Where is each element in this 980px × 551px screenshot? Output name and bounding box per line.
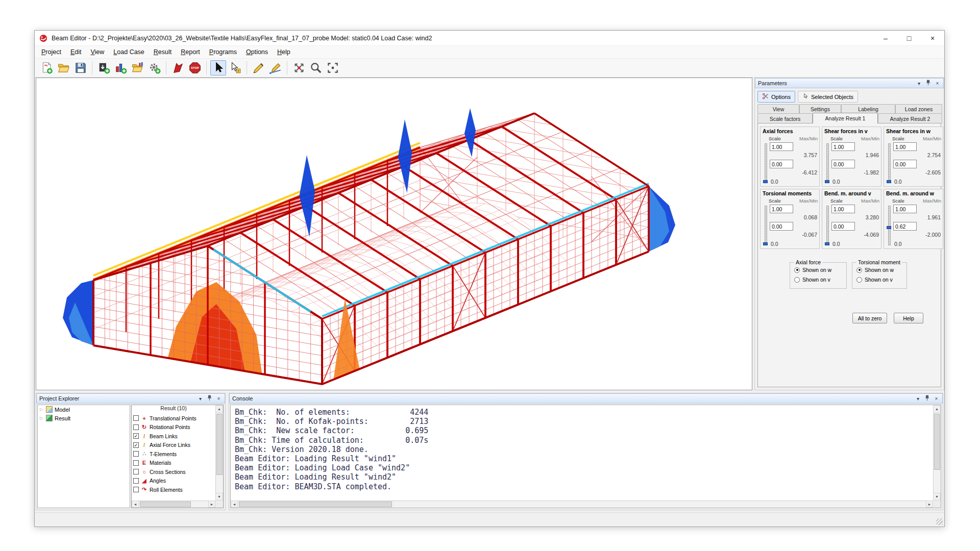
scroll-right-icon[interactable]: ► xyxy=(208,500,215,508)
tab-analyze-result-2[interactable]: Analyze Result 2 xyxy=(878,113,942,123)
move-node-button[interactable] xyxy=(291,60,307,76)
add-result-button[interactable] xyxy=(113,60,129,76)
slider-thumb[interactable] xyxy=(825,242,829,245)
draw-polyline-button[interactable] xyxy=(267,60,283,76)
scroll-left-icon[interactable]: ◄ xyxy=(231,500,238,508)
radio-button[interactable] xyxy=(856,267,862,273)
expand-arrow-icon[interactable]: ▷ xyxy=(40,416,44,420)
menu-result[interactable]: Result xyxy=(149,47,176,57)
draw-beam-button[interactable] xyxy=(251,60,266,76)
open-project-button[interactable] xyxy=(56,60,71,76)
checkbox[interactable] xyxy=(133,424,139,430)
horizontal-scrollbar[interactable]: ◄ ► xyxy=(231,500,933,508)
title-bar[interactable]: Beam Editor - D:\2_Projekte\Easy\2020\03… xyxy=(35,31,944,46)
vertical-scrollbar[interactable]: ▲ ▼ xyxy=(933,405,941,500)
list-item[interactable]: EMaterials xyxy=(132,459,215,468)
pin-icon[interactable] xyxy=(206,395,213,403)
checkbox[interactable] xyxy=(133,469,139,474)
list-item[interactable]: ◢Angles xyxy=(132,477,215,486)
selected-objects-mode-button[interactable]: Selected Objects xyxy=(798,91,858,103)
scale-slider[interactable] xyxy=(763,206,768,245)
list-item[interactable]: ✓/Beam Links xyxy=(132,432,215,441)
console-output[interactable]: Bm_Chk: No. of elements: 4244 Bm_Chk: No… xyxy=(230,405,941,508)
list-item[interactable]: ∴T-Elements xyxy=(132,449,215,459)
select-elements-button[interactable] xyxy=(227,60,243,76)
close-icon[interactable]: × xyxy=(215,395,222,402)
new-project-button[interactable] xyxy=(39,60,55,76)
list-item[interactable]: ↷Roll Elements xyxy=(132,485,215,494)
scale-slider[interactable] xyxy=(887,143,891,183)
scale-top-input[interactable] xyxy=(831,142,855,151)
list-item[interactable]: ↻Rotational Points xyxy=(132,423,215,432)
scale-top-input[interactable] xyxy=(893,142,917,151)
radio-option[interactable]: Shown on w xyxy=(794,267,831,273)
scroll-up-icon[interactable]: ▲ xyxy=(215,405,223,413)
parameters-panel-titlebar[interactable]: Parameters ▾ × xyxy=(755,78,944,88)
slider-thumb[interactable] xyxy=(763,242,768,245)
slider-thumb[interactable] xyxy=(763,180,768,183)
radio-option[interactable]: Shown on v xyxy=(794,277,830,283)
tree-item-result[interactable]: ▷ Result xyxy=(38,414,130,422)
radio-button[interactable] xyxy=(794,277,800,283)
tab-view[interactable]: View xyxy=(757,104,799,113)
expand-arrow-icon[interactable]: ▷ xyxy=(40,407,44,412)
menu-edit[interactable]: Edit xyxy=(66,47,86,57)
list-item[interactable]: ✓/Axial Force Links xyxy=(132,441,215,450)
scale-bottom-input[interactable] xyxy=(893,160,917,168)
close-icon[interactable]: × xyxy=(934,80,941,87)
checkbox[interactable] xyxy=(133,487,139,492)
scrollbar-thumb[interactable] xyxy=(934,414,940,470)
model-3d-view[interactable] xyxy=(36,78,752,390)
close-button[interactable]: × xyxy=(921,31,944,46)
scroll-up-icon[interactable]: ▲ xyxy=(933,405,941,413)
checkbox[interactable]: ✓ xyxy=(133,433,139,439)
zoom-extents-button[interactable] xyxy=(325,60,340,76)
zoom-button[interactable] xyxy=(308,60,324,76)
tab-load-zones[interactable]: Load zones xyxy=(895,104,942,113)
tab-labeling[interactable]: Labeling xyxy=(841,104,895,113)
scrollbar-thumb[interactable] xyxy=(239,502,392,507)
open-result-button[interactable] xyxy=(130,60,145,76)
maximize-button[interactable]: □ xyxy=(897,31,921,46)
scale-top-input[interactable] xyxy=(770,205,793,213)
scale-slider[interactable] xyxy=(825,206,829,245)
project-explorer-titlebar[interactable]: Project Explorer ▾ × xyxy=(36,393,225,404)
scale-bottom-input[interactable] xyxy=(770,160,793,168)
all-to-zero-button[interactable]: All to zero xyxy=(852,313,887,323)
radio-option[interactable]: Shown on w xyxy=(856,267,894,273)
add-load-case-button[interactable] xyxy=(96,60,112,76)
options-mode-button[interactable]: Options xyxy=(757,91,795,103)
slider-thumb[interactable] xyxy=(825,180,829,183)
save-button[interactable] xyxy=(72,60,88,76)
scale-top-input[interactable] xyxy=(770,142,793,151)
vertical-scrollbar[interactable]: ▲ ▼ xyxy=(215,405,223,500)
radio-button[interactable] xyxy=(856,277,862,283)
select-cursor-button[interactable] xyxy=(210,60,226,76)
pin-icon[interactable] xyxy=(925,80,932,87)
close-icon[interactable]: × xyxy=(933,395,940,402)
menu-report[interactable]: Report xyxy=(176,47,205,57)
scroll-left-icon[interactable]: ◄ xyxy=(132,500,139,508)
scale-slider[interactable] xyxy=(825,143,829,183)
model-viewport[interactable] xyxy=(36,78,752,390)
menu-load-case[interactable]: Load Case xyxy=(109,47,149,57)
stop-button[interactable]: STOP xyxy=(187,60,203,76)
horizontal-scrollbar[interactable]: ◄ ► xyxy=(132,500,215,508)
scrollbar-thumb[interactable] xyxy=(216,414,223,475)
radio-button[interactable] xyxy=(794,267,800,273)
resize-grip-icon[interactable] xyxy=(936,518,943,525)
tab-analyze-result-1[interactable]: Analyze Result 1 xyxy=(813,113,878,123)
checkbox[interactable]: ✓ xyxy=(133,442,139,448)
menu-project[interactable]: Project xyxy=(37,47,66,57)
minimize-button[interactable]: – xyxy=(874,31,897,46)
list-item[interactable]: ○Cross Sections xyxy=(132,467,215,477)
run-calculation-button[interactable] xyxy=(170,60,186,76)
checkbox[interactable] xyxy=(133,415,139,421)
tree-item-model[interactable]: ▷ Model xyxy=(38,405,130,414)
scroll-down-icon[interactable]: ▼ xyxy=(933,493,941,500)
scale-bottom-input[interactable] xyxy=(893,222,917,231)
menu-help[interactable]: Help xyxy=(273,47,295,57)
scale-slider[interactable] xyxy=(763,143,768,183)
panel-menu-icon[interactable]: ▾ xyxy=(915,395,921,402)
panel-menu-icon[interactable]: ▾ xyxy=(916,80,922,87)
